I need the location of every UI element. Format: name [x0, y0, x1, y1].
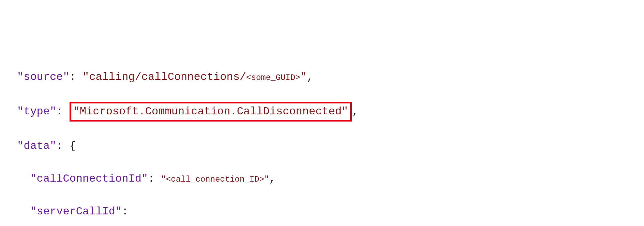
- colon: :: [56, 140, 69, 152]
- colon: :: [122, 205, 128, 218]
- json-key-type: "type": [17, 105, 56, 118]
- json-key-source: "source": [17, 71, 70, 83]
- json-value-source-prefix: "calling/callConnections/: [83, 71, 246, 83]
- code-line-callconnectionid: "callConnectionId": "<call_connection_ID…: [17, 171, 627, 187]
- brace-open: {: [70, 140, 76, 152]
- json-key-data: "data": [17, 140, 56, 152]
- json-value-source-suffix: ": [300, 71, 307, 83]
- comma: ,: [307, 71, 313, 83]
- code-line-source: "source": "calling/callConnections/<some…: [17, 69, 627, 85]
- json-key-callconnectionid: "callConnectionId": [30, 172, 148, 185]
- code-line-data-open: "data": {: [17, 138, 627, 154]
- json-key-servercallid: "serverCallId": [30, 205, 122, 218]
- json-value-callconnectionid: "<call_connection_ID>": [161, 175, 269, 184]
- highlight-box-type: "Microsoft.Communication.CallDisconnecte…: [70, 102, 352, 122]
- code-line-servercallid-key: "serverCallId":: [17, 203, 627, 220]
- comma: ,: [269, 172, 275, 185]
- code-line-type: "type": "Microsoft.Communication.CallDis…: [17, 102, 627, 122]
- json-value-type: "Microsoft.Communication.CallDisconnecte…: [73, 105, 348, 118]
- colon: :: [148, 172, 161, 185]
- json-value-source-placeholder: <some_GUID>: [246, 73, 300, 82]
- comma: ,: [352, 105, 358, 118]
- colon: :: [56, 105, 69, 118]
- colon: :: [70, 71, 83, 83]
